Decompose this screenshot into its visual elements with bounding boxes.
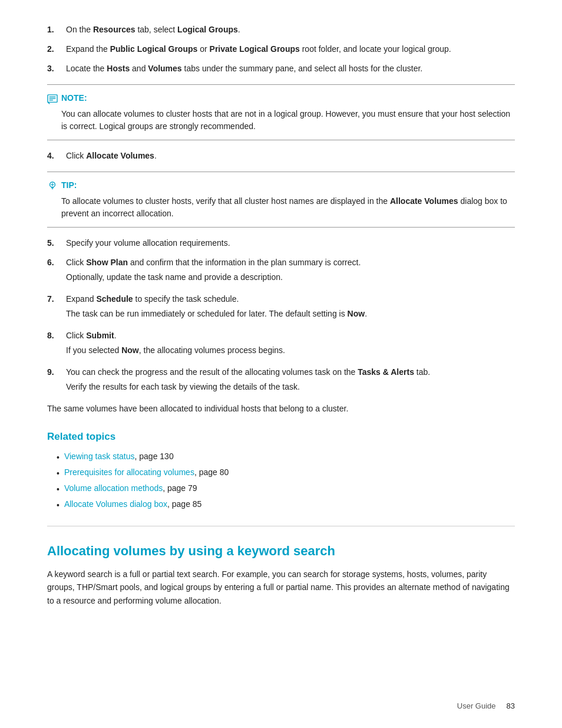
related-topic-3-link[interactable]: Volume allocation methods (64, 483, 163, 493)
related-topic-2-link[interactable]: Prerequisites for allocating volumes (64, 467, 194, 477)
related-topic-1: • Viewing task status, page 130 (57, 450, 515, 464)
related-topic-4: • Allocate Volumes dialog box, page 85 (57, 498, 515, 512)
step-num-2: 2. (47, 43, 66, 55)
step-content-9: You can check the progress and the resul… (66, 366, 515, 396)
related-topic-3: • Volume allocation methods, page 79 (57, 482, 515, 496)
step-num-1: 1. (47, 24, 66, 36)
tip-box: TIP: To allocate volumes to cluster host… (47, 172, 515, 228)
related-topic-4-link[interactable]: Allocate Volumes dialog box (64, 499, 167, 509)
step-5: 5. Specify your volume allocation requir… (47, 237, 515, 249)
step-content-2: Expand the Public Logical Groups or Priv… (66, 43, 515, 55)
page: 1. On the Resources tab, select Logical … (0, 0, 562, 728)
step-4: 4. Click Allocate Volumes. (47, 150, 515, 162)
step-num-3: 3. (47, 62, 66, 75)
step-num-6: 6. (47, 256, 66, 269)
footer: User Guide 83 (457, 700, 515, 712)
tip-label: TIP: (61, 179, 77, 192)
step-num-5: 5. (47, 237, 66, 249)
steps-list-1: 1. On the Resources tab, select Logical … (47, 24, 515, 75)
related-topics-section: Related topics • Viewing task status, pa… (47, 429, 515, 512)
related-topic-3-page: , page 79 (163, 483, 197, 493)
step-content-8: Click Submit. If you selected Now, the a… (66, 330, 515, 359)
step-7: 7. Expand Schedule to specify the task s… (47, 293, 515, 322)
related-topic-2-text: Prerequisites for allocating volumes, pa… (64, 466, 229, 479)
step-8: 8. Click Submit. If you selected Now, th… (47, 330, 515, 359)
footer-label: User Guide (457, 700, 496, 712)
step-9: 9. You can check the progress and the re… (47, 366, 515, 396)
related-topic-4-page: , page 85 (167, 499, 201, 509)
step-content-3: Locate the Hosts and Volumes tabs under … (66, 62, 515, 75)
step-content-5: Specify your volume allocation requireme… (66, 237, 515, 249)
related-topic-2: • Prerequisites for allocating volumes, … (57, 466, 515, 480)
related-topics-list: • Viewing task status, page 130 • Prereq… (57, 450, 515, 512)
related-topic-1-link[interactable]: Viewing task status (64, 452, 135, 461)
related-topic-1-page: , page 130 (135, 452, 174, 461)
note-label: NOTE: (61, 92, 87, 104)
note-body: You can allocate volumes to cluster host… (47, 108, 515, 133)
step-num-8: 8. (47, 330, 66, 342)
note-header: NOTE: (47, 92, 515, 104)
summary-text: The same volumes have been allocated to … (47, 403, 515, 415)
tip-header: TIP: (47, 179, 515, 192)
bullet-3: • (57, 483, 59, 496)
section-heading: Allocating volumes by using a keyword se… (47, 543, 515, 560)
step-content-7: Expand Schedule to specify the task sche… (66, 293, 515, 322)
steps-list-5to9: 5. Specify your volume allocation requir… (47, 237, 515, 396)
step-3: 3. Locate the Hosts and Volumes tabs und… (47, 62, 515, 75)
bullet-4: • (57, 499, 59, 512)
note-icon (47, 94, 58, 103)
step-content-1: On the Resources tab, select Logical Gro… (66, 24, 515, 36)
step-content-4: Click Allocate Volumes. (66, 150, 515, 162)
step-content-6: Click Show Plan and confirm that the inf… (66, 256, 515, 286)
step-6: 6. Click Show Plan and confirm that the … (47, 256, 515, 286)
tip-icon (47, 180, 58, 191)
step-num-9: 9. (47, 366, 66, 378)
step-num-7: 7. (47, 293, 66, 305)
bullet-2: • (57, 467, 59, 480)
tip-body: To allocate volumes to cluster hosts, ve… (47, 195, 515, 220)
related-topic-3-text: Volume allocation methods, page 79 (64, 482, 197, 495)
related-topic-2-page: , page 80 (194, 467, 229, 477)
related-topic-4-text: Allocate Volumes dialog box, page 85 (64, 498, 202, 510)
section-rule (47, 526, 515, 526)
related-topics-heading: Related topics (47, 429, 515, 444)
intro-text: A keyword search is a full or partial te… (47, 568, 515, 607)
step-1: 1. On the Resources tab, select Logical … (47, 24, 515, 36)
related-topic-1-text: Viewing task status, page 130 (64, 450, 174, 463)
note-box: NOTE: You can allocate volumes to cluste… (47, 84, 515, 140)
steps-list-4: 4. Click Allocate Volumes. (47, 150, 515, 162)
footer-page: 83 (507, 700, 515, 712)
bullet-1: • (57, 452, 59, 464)
step-2: 2. Expand the Public Logical Groups or P… (47, 43, 515, 55)
step-num-4: 4. (47, 150, 66, 162)
